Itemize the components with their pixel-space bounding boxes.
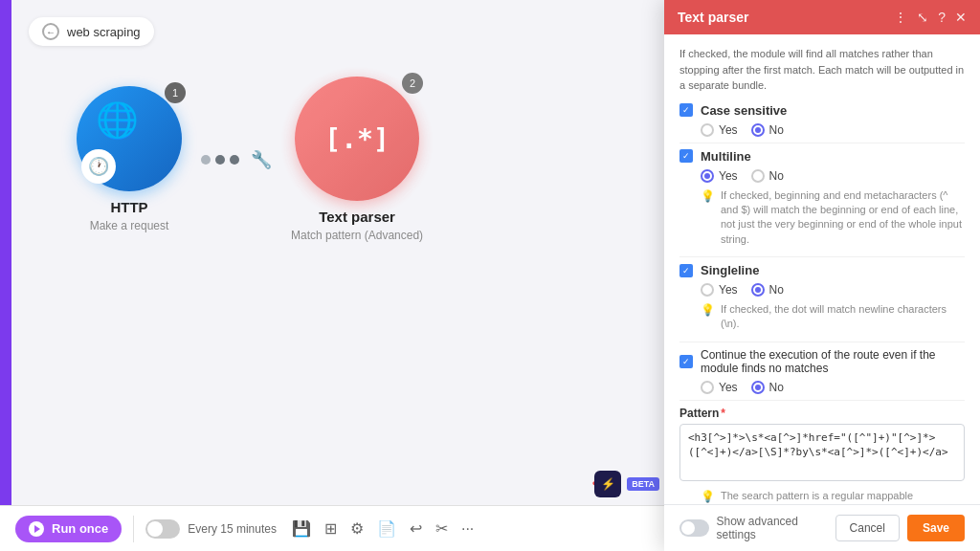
pattern-label: Pattern* — [679, 407, 965, 420]
canvas: ← web scraping 🌐 🕐 1 HTTP Make a request… — [0, 0, 980, 551]
divider-4 — [679, 400, 965, 401]
undo-icon[interactable]: ↩ — [410, 519, 422, 538]
continue-radios: Yes No — [701, 381, 965, 394]
schedule-label: Every 15 minutes — [188, 522, 277, 536]
case-sensitive-checkbox[interactable] — [679, 103, 693, 117]
cancel-button[interactable]: Cancel — [835, 515, 900, 541]
connector-dots — [201, 155, 239, 165]
case-sensitive-no[interactable]: No — [751, 123, 784, 137]
node-http[interactable]: 🌐 🕐 1 HTTP Make a request — [77, 86, 182, 232]
toolbar-divider-1 — [133, 516, 134, 542]
panel-title: Text parser — [678, 10, 748, 25]
singleline-section: Singleline — [679, 263, 965, 277]
panel-footer: Show advanced settings Cancel Save — [664, 504, 980, 551]
globe-icon: 🌐 — [96, 100, 139, 141]
singleline-yes[interactable]: Yes — [701, 283, 738, 297]
continue-checkbox[interactable] — [679, 355, 693, 368]
singleline-yes-circle — [701, 283, 714, 297]
run-once-button[interactable]: Run once — [15, 516, 122, 542]
text-parser-panel: Text parser ⋮ ⤡ ? ✕ If checked, the modu… — [664, 0, 980, 551]
case-sensitive-yes[interactable]: Yes — [701, 123, 738, 137]
footer-buttons: Cancel Save — [835, 515, 965, 541]
parser-circle: [.*] 2 — [295, 77, 419, 201]
continue-yes-label: Yes — [719, 381, 738, 394]
node-parser[interactable]: [.*] 2 Text parser Match pattern (Advanc… — [291, 77, 423, 242]
divider-2 — [679, 256, 965, 257]
parser-badge: 2 — [402, 73, 423, 94]
advanced-label: Show advanced settings — [717, 515, 835, 541]
singleline-hint-text: If checked, the dot will match newline c… — [721, 302, 965, 332]
wrench-icon[interactable]: 🔧 — [251, 149, 272, 170]
continue-yes[interactable]: Yes — [701, 381, 738, 394]
singleline-no[interactable]: No — [751, 283, 784, 297]
continue-section: Continue the execution of the route even… — [679, 348, 965, 375]
back-button[interactable]: ← — [42, 23, 59, 40]
notes-icon[interactable]: 📄 — [377, 519, 396, 538]
advanced-toggle-switch[interactable] — [679, 519, 709, 537]
pattern-input[interactable]: <h3[^>]*>\s*<a[^>]*href="([^"]+)"[^>]*>(… — [679, 424, 965, 481]
multiline-hint-text: If checked, beginning and end metacharac… — [721, 188, 965, 248]
parser-sublabel: Match pattern (Advanced) — [291, 229, 423, 242]
multiline-no-label: No — [769, 169, 784, 183]
multiline-no-circle — [751, 169, 765, 183]
hint-icon-1: 💡 — [701, 189, 715, 203]
expand-icon[interactable]: ⤡ — [917, 10, 928, 25]
continue-yes-circle — [701, 381, 714, 394]
play-icon — [29, 521, 44, 537]
http-label: HTTP — [110, 199, 147, 215]
beta-area: ⚡ BETA — [594, 471, 659, 497]
cut-icon[interactable]: ✂ — [435, 519, 448, 538]
multiline-no[interactable]: No — [751, 169, 784, 183]
radio-no-circle — [751, 123, 765, 137]
more-icon[interactable]: ··· — [461, 520, 474, 538]
case-sensitive-radios: Yes No — [701, 123, 965, 137]
dot-3 — [230, 155, 239, 165]
http-circle: 🌐 🕐 1 — [77, 86, 182, 191]
http-badge: 1 — [165, 82, 186, 103]
panel-header-icons: ⋮ ⤡ ? ✕ — [894, 10, 967, 25]
clock-icon: 🕐 — [81, 149, 116, 184]
divider-1 — [679, 143, 965, 143]
settings-icon[interactable]: ⚙ — [350, 519, 364, 538]
pattern-hint-text: The search pattern is a regular mappable… — [721, 489, 965, 504]
radio-yes-circle — [701, 123, 714, 137]
hint-icon-2: 💡 — [701, 303, 715, 317]
parser-icon: [.*] — [324, 123, 389, 155]
schedule-switch[interactable] — [145, 519, 180, 539]
dots-icon[interactable]: ⋮ — [894, 10, 907, 25]
singleline-radios: Yes No — [701, 283, 965, 297]
case-sensitive-label: Case sensitive — [701, 103, 787, 118]
save-icon[interactable]: 💾 — [292, 519, 311, 538]
multiline-hint: 💡 If checked, beginning and end metachar… — [701, 188, 965, 248]
panel-body: If checked, the module will find all mat… — [664, 34, 980, 504]
breadcrumb: ← web scraping — [29, 17, 154, 46]
http-sublabel: Make a request — [90, 219, 169, 232]
schedule-toggle[interactable]: Every 15 minutes — [145, 519, 277, 539]
show-advanced-toggle[interactable]: Show advanced settings — [679, 515, 835, 541]
singleline-checkbox[interactable] — [679, 264, 693, 277]
info-text: If checked, the module will find all mat… — [679, 46, 965, 94]
help-icon[interactable]: ? — [938, 10, 946, 25]
pattern-hint-icon: 💡 — [701, 490, 715, 503]
parser-label: Text parser — [319, 209, 395, 225]
singleline-no-label: No — [769, 283, 784, 297]
save-button[interactable]: Save — [907, 515, 965, 541]
breadcrumb-text: web scraping — [67, 25, 141, 39]
case-sensitive-section: Case sensitive — [679, 103, 965, 118]
singleline-yes-label: Yes — [719, 283, 738, 297]
continue-label: Continue the execution of the route even… — [701, 348, 965, 375]
dot-2 — [215, 155, 225, 165]
multiline-label: Multiline — [701, 149, 751, 164]
multiline-yes[interactable]: Yes — [701, 169, 738, 183]
run-once-label: Run once — [52, 521, 108, 536]
radio-no-label: No — [769, 123, 784, 137]
singleline-hint: 💡 If checked, the dot will match newline… — [701, 302, 965, 332]
grid-icon[interactable]: ⊞ — [324, 519, 337, 538]
beta-icon: ⚡ — [594, 471, 621, 497]
close-icon[interactable]: ✕ — [955, 10, 967, 25]
continue-no[interactable]: No — [751, 381, 784, 394]
left-accent-strip — [0, 0, 11, 551]
divider-3 — [679, 342, 965, 342]
multiline-checkbox[interactable] — [679, 149, 693, 163]
singleline-no-circle — [751, 283, 765, 297]
